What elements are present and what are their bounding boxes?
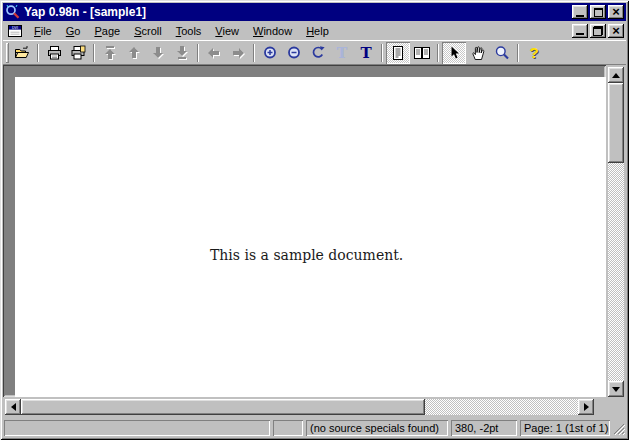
mdi-restore-button[interactable] (590, 24, 606, 38)
pointer-icon (446, 45, 462, 61)
scroll-down-button[interactable] (608, 381, 624, 397)
yap-app-icon[interactable] (5, 4, 21, 20)
right-arrow-icon (230, 45, 246, 61)
status-mini-panel (273, 420, 303, 436)
previous-page-button (122, 42, 146, 64)
horizontal-scrollbar (5, 399, 594, 415)
toolbar-separator (434, 42, 442, 64)
magnifier-tool-button[interactable] (490, 42, 514, 64)
hand-icon (470, 45, 486, 61)
back-button (202, 42, 226, 64)
single-page-view-button[interactable] (386, 42, 410, 64)
font-solid-button[interactable]: T (354, 42, 378, 64)
menu-file[interactable]: File (27, 23, 59, 39)
next-page-button (146, 42, 170, 64)
menu-help[interactable]: Help (299, 23, 336, 39)
document-page: This is a sample document. (15, 77, 606, 397)
up-arrow-icon (612, 73, 620, 78)
refresh-icon (310, 45, 326, 61)
last-page-icon (174, 45, 190, 61)
dvi-icon-label: DVI (12, 26, 18, 30)
minimize-icon (576, 15, 584, 17)
single-page-icon (390, 45, 406, 61)
magnifier-icon (494, 45, 510, 61)
mdi-minimize-button[interactable] (572, 24, 588, 38)
resize-grip[interactable] (613, 423, 626, 436)
down-arrow-icon (612, 387, 620, 392)
maximize-button[interactable] (590, 5, 606, 19)
toolbar-separator (194, 42, 202, 64)
vertical-scroll-thumb[interactable] (608, 83, 624, 163)
hand-tool-button[interactable] (466, 42, 490, 64)
zoom-out-icon (286, 45, 302, 61)
horizontal-scroll-thumb[interactable] (21, 399, 425, 415)
two-page-icon (414, 45, 430, 61)
zoom-in-icon (262, 45, 278, 61)
print-button[interactable] (42, 42, 66, 64)
menu-window[interactable]: Window (246, 23, 299, 39)
title-bar[interactable]: Yap 0.98n - [sample1] × (3, 3, 626, 21)
select-tool-button[interactable] (442, 42, 466, 64)
yap-window: Yap 0.98n - [sample1] × DVI File Go Page… (0, 0, 629, 440)
left-arrow-icon (206, 45, 222, 61)
document-text: This is a sample document. (210, 247, 403, 263)
last-page-button (170, 42, 194, 64)
vertical-scrollbar (608, 67, 624, 397)
close-button[interactable]: × (608, 5, 624, 19)
status-bar: (no source specials found) 380, -2pt Pag… (3, 417, 626, 437)
menu-view[interactable]: View (208, 23, 246, 39)
zoom-out-button[interactable] (282, 42, 306, 64)
horizontal-scroll-track[interactable] (21, 399, 578, 415)
menu-go[interactable]: Go (59, 23, 88, 39)
status-page-panel: Page: 1 (1st of 1) (520, 420, 610, 436)
font-outline-button[interactable]: T (330, 42, 354, 64)
toolbar-separator (250, 42, 258, 64)
scroll-left-button[interactable] (5, 399, 21, 415)
two-page-view-button[interactable] (410, 42, 434, 64)
dvi-document-icon[interactable]: DVI (7, 23, 23, 39)
mdi-close-button[interactable]: × (608, 24, 624, 38)
close-icon: × (612, 7, 620, 17)
status-source-specials-panel: (no source specials found) (306, 420, 448, 436)
minimize-button[interactable] (572, 5, 588, 19)
toolbar: T T (3, 40, 626, 65)
zoom-in-button[interactable] (258, 42, 282, 64)
printer-icon (46, 45, 62, 61)
client-area: This is a sample document. (3, 65, 626, 417)
help-icon: ? (529, 46, 538, 60)
vertical-scroll-track[interactable] (608, 83, 624, 381)
toolbar-separator (34, 42, 42, 64)
scroll-right-button[interactable] (578, 399, 594, 415)
outline-t-icon: T (337, 46, 347, 60)
toolbar-grip[interactable] (6, 43, 9, 63)
help-button[interactable]: ? (522, 42, 546, 64)
first-page-icon (102, 45, 118, 61)
menu-page[interactable]: Page (87, 23, 127, 39)
toolbar-separator (90, 42, 98, 64)
status-message-panel (4, 420, 270, 436)
open-folder-icon (14, 45, 30, 61)
first-page-button (98, 42, 122, 64)
menu-scroll[interactable]: Scroll (127, 23, 169, 39)
left-arrow-icon (11, 403, 16, 411)
maximize-icon (594, 8, 603, 17)
down-arrow-icon (150, 45, 166, 61)
scroll-up-button[interactable] (608, 67, 624, 83)
open-button[interactable] (10, 42, 34, 64)
mdi-restore-icon (593, 26, 603, 36)
toolbar-separator (378, 42, 386, 64)
document-view[interactable]: This is a sample document. (3, 65, 606, 397)
printer-page-icon (70, 45, 86, 61)
toolbar-separator (514, 42, 522, 64)
up-arrow-icon (126, 45, 142, 61)
mdi-minimize-icon (576, 33, 584, 35)
print-setup-button[interactable] (66, 42, 90, 64)
menu-tools[interactable]: Tools (169, 23, 209, 39)
mdi-close-icon: × (612, 26, 620, 36)
menu-bar: DVI File Go Page Scroll Tools View Windo… (3, 21, 626, 40)
status-position-panel: 380, -2pt (451, 420, 517, 436)
right-arrow-icon (584, 403, 589, 411)
refresh-button[interactable] (306, 42, 330, 64)
forward-button (226, 42, 250, 64)
window-title: Yap 0.98n - [sample1] (21, 5, 572, 19)
